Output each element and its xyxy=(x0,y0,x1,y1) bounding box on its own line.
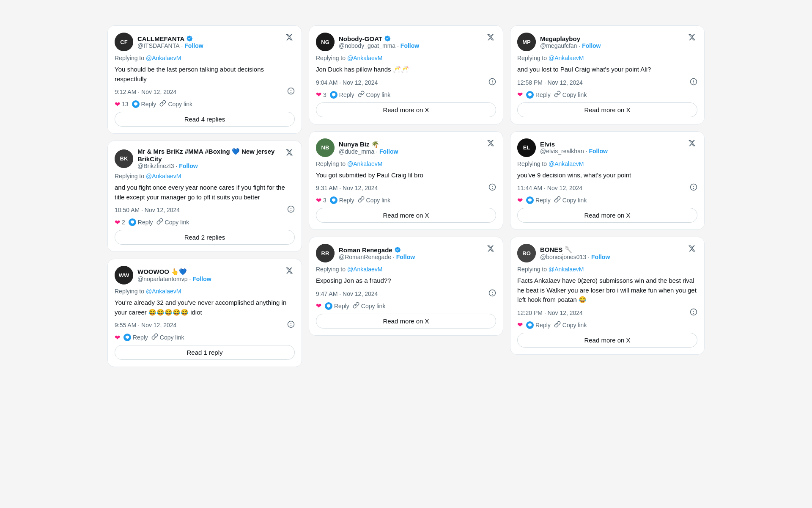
copy-link-label: Copy link xyxy=(366,197,391,204)
info-icon[interactable] xyxy=(690,308,697,318)
replying-to-handle[interactable]: @AnkalaevM xyxy=(347,266,382,273)
read-more-button[interactable]: Read more on X xyxy=(517,333,697,348)
reply-bubble-icon xyxy=(526,91,534,99)
replying-to-handle[interactable]: @AnkalaevM xyxy=(146,55,181,61)
copy-link-button[interactable]: Copy link xyxy=(554,91,587,99)
copy-link-button[interactable]: Copy link xyxy=(156,218,189,226)
follow-button[interactable]: Follow xyxy=(588,254,610,260)
x-close-button[interactable] xyxy=(284,33,295,43)
reply-button[interactable]: Reply xyxy=(526,196,551,204)
verified-icon xyxy=(384,35,391,42)
like-button[interactable]: ❤ xyxy=(517,321,523,329)
x-close-button[interactable] xyxy=(284,148,295,158)
handle: @elvis_realkhan xyxy=(540,148,584,155)
tweet-header: MPMegaplayboy@megaufcfanFollow xyxy=(517,33,697,51)
read-more-button[interactable]: Read more on X xyxy=(316,102,496,117)
follow-button[interactable]: Follow xyxy=(176,163,198,169)
follow-button[interactable]: Follow xyxy=(586,148,608,155)
x-close-button[interactable] xyxy=(686,138,697,149)
info-icon[interactable] xyxy=(690,78,697,87)
copy-link-button[interactable]: Copy link xyxy=(554,196,587,204)
x-close-button[interactable] xyxy=(686,33,697,43)
tweet-time-row: 11:44 AM · Nov 12, 2024 xyxy=(517,183,697,193)
link-icon xyxy=(156,218,163,226)
link-icon xyxy=(554,321,561,329)
x-close-button[interactable] xyxy=(686,244,697,254)
like-button[interactable]: ❤13 xyxy=(115,100,129,108)
copy-link-button[interactable]: Copy link xyxy=(151,333,184,342)
tweet-time-row: 9:04 AM · Nov 12, 2024 xyxy=(316,78,496,87)
replying-to-handle[interactable]: @AnkalaevM xyxy=(549,160,584,167)
read-more-button[interactable]: Read more on X xyxy=(316,314,496,329)
handle: @noparlatantomvp xyxy=(137,276,188,282)
display-name: Roman Renegade xyxy=(339,246,392,254)
read-replies-button[interactable]: Read 1 reply xyxy=(115,345,295,360)
x-close-button[interactable] xyxy=(485,138,496,149)
copy-link-button[interactable]: Copy link xyxy=(358,91,391,99)
copy-link-label: Copy link xyxy=(562,197,587,204)
user-info: NGNobody-GOAT@nobody_goat_mmaFollow xyxy=(316,33,419,51)
avatar-initials: NG xyxy=(316,33,335,51)
reply-button[interactable]: Reply xyxy=(526,91,551,99)
like-button[interactable]: ❤ xyxy=(115,334,120,342)
x-close-button[interactable] xyxy=(485,244,496,254)
info-icon[interactable] xyxy=(690,183,697,193)
info-icon[interactable] xyxy=(287,87,295,97)
follow-button[interactable]: Follow xyxy=(189,276,211,282)
info-icon[interactable] xyxy=(488,289,496,298)
like-button[interactable]: ❤2 xyxy=(115,218,125,226)
copy-link-button[interactable]: Copy link xyxy=(554,321,587,329)
x-close-button[interactable] xyxy=(485,33,496,43)
follow-button[interactable]: Follow xyxy=(376,148,398,155)
heart-icon: ❤ xyxy=(517,91,523,99)
avatar: NB xyxy=(316,138,335,157)
reply-button[interactable]: Reply xyxy=(325,302,349,310)
handle: @dude_mma xyxy=(339,148,374,155)
action-row: ❤3Reply Copy link xyxy=(316,91,496,99)
like-button[interactable]: ❤3 xyxy=(316,196,326,204)
x-close-button[interactable] xyxy=(284,266,295,276)
reply-button[interactable]: Reply xyxy=(330,196,354,204)
name-block: CALLMEFANTA@ITSDAFANTAFollow xyxy=(137,35,203,49)
tweet-header: CFCALLMEFANTA@ITSDAFANTAFollow xyxy=(115,33,295,51)
follow-button[interactable]: Follow xyxy=(181,42,203,49)
reply-button[interactable]: Reply xyxy=(129,218,153,226)
reply-button[interactable]: Reply xyxy=(132,100,156,108)
like-button[interactable]: ❤ xyxy=(517,91,523,99)
replying-to-handle[interactable]: @AnkalaevM xyxy=(347,160,382,167)
tweet-text: Jon Duck has pillow hands 🥂🥂 xyxy=(316,65,496,75)
follow-button[interactable]: Follow xyxy=(579,42,601,49)
replying-to-handle[interactable]: @AnkalaevM xyxy=(146,173,181,179)
like-button[interactable]: ❤3 xyxy=(316,91,326,99)
info-icon[interactable] xyxy=(488,78,496,87)
copy-link-label: Copy link xyxy=(562,91,587,98)
reply-button[interactable]: Reply xyxy=(526,321,551,329)
heart-icon: ❤ xyxy=(115,100,120,108)
user-info: BOBONES 🥄@bonesjones013Follow xyxy=(517,244,610,262)
info-icon[interactable] xyxy=(287,205,295,215)
replying-to-handle[interactable]: @AnkalaevM xyxy=(347,55,382,61)
replying-to-handle[interactable]: @AnkalaevM xyxy=(549,55,584,61)
like-button[interactable]: ❤ xyxy=(316,302,321,310)
like-button[interactable]: ❤ xyxy=(517,196,523,204)
read-replies-button[interactable]: Read 4 replies xyxy=(115,112,295,127)
handle-row: @megaufcfanFollow xyxy=(540,42,601,49)
follow-button[interactable]: Follow xyxy=(397,42,419,49)
read-replies-button[interactable]: Read 2 replies xyxy=(115,230,295,245)
reply-button[interactable]: Reply xyxy=(330,91,354,99)
replying-to-handle[interactable]: @AnkalaevM xyxy=(549,266,584,273)
tweet-header: BKMr & Mrs BriKz #MMA #Boxing 💙 New jers… xyxy=(115,148,295,169)
follow-button[interactable]: Follow xyxy=(393,254,415,260)
read-more-button[interactable]: Read more on X xyxy=(517,102,697,117)
reply-button[interactable]: Reply xyxy=(123,334,148,341)
info-icon[interactable] xyxy=(488,183,496,193)
replying-to-handle[interactable]: @AnkalaevM xyxy=(146,288,181,295)
display-name: WOOWOO 👆💙 xyxy=(137,268,187,276)
read-more-button[interactable]: Read more on X xyxy=(316,208,496,223)
info-icon[interactable] xyxy=(287,320,295,330)
copy-link-button[interactable]: Copy link xyxy=(159,100,192,108)
tweet-column-3: MPMegaplayboy@megaufcfanFollowReplying t… xyxy=(510,25,705,355)
copy-link-button[interactable]: Copy link xyxy=(358,196,391,204)
copy-link-button[interactable]: Copy link xyxy=(353,302,386,310)
read-more-button[interactable]: Read more on X xyxy=(517,208,697,223)
